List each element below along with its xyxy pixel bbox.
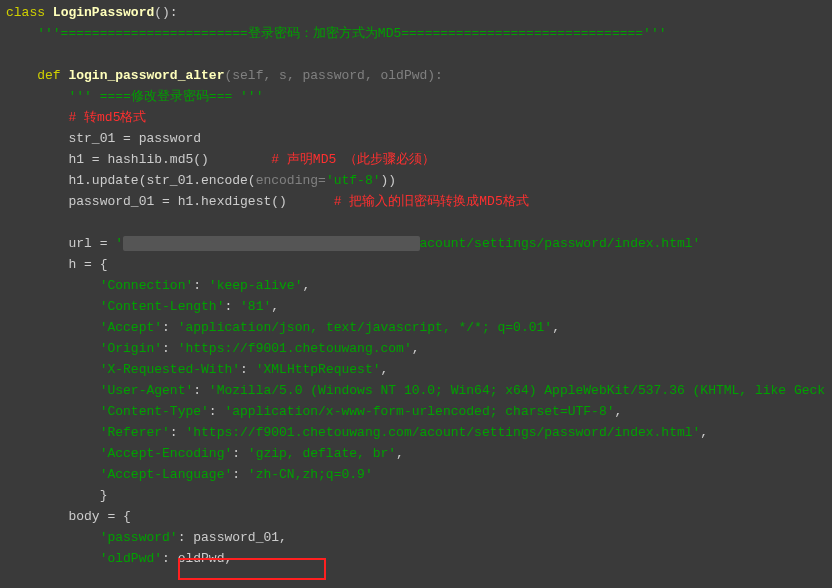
- eq: =: [84, 257, 92, 272]
- dict-key: 'Content-Type': [100, 404, 209, 419]
- dict-val: 'https://f9001.chetouwang.com/acount/set…: [185, 425, 700, 440]
- colon: :: [170, 425, 186, 440]
- dict-val: 'zh-CN,zh;q=0.9': [248, 467, 373, 482]
- eq: =: [92, 152, 100, 167]
- dict-key: 'Content-Length': [100, 299, 225, 314]
- dict-key: 'Connection': [100, 278, 194, 293]
- kw-def: def: [37, 68, 60, 83]
- comment-3: # 把输入的旧密码转换成MD5格式: [287, 194, 529, 209]
- comment-2: # 声明MD5 （此步骤必须）: [209, 152, 435, 167]
- func-params: (self, s, password, oldPwd):: [224, 68, 442, 83]
- expr: h1.update(str_01.encode(: [68, 173, 255, 188]
- dict-val: 'application/json, text/javascript, */*;…: [178, 320, 552, 335]
- colon: :: [240, 362, 256, 377]
- dict-key: 'Accept-Encoding': [100, 446, 233, 461]
- brace: {: [115, 509, 131, 524]
- brace-close: }: [100, 488, 108, 503]
- expr: url: [68, 236, 99, 251]
- eq: =: [162, 194, 170, 209]
- dict-val-ident: password_01: [193, 530, 279, 545]
- colon: :: [162, 320, 178, 335]
- kw-class: class: [6, 5, 45, 20]
- comma: ,: [396, 446, 404, 461]
- dict-key: 'X-Requested-With': [100, 362, 240, 377]
- comma: ,: [412, 341, 420, 356]
- dict-val: 'https://f9001.chetouwang.com': [178, 341, 412, 356]
- dict-val: '81': [240, 299, 271, 314]
- expr: h1: [68, 152, 91, 167]
- comma: ,: [224, 551, 232, 566]
- colon: :: [224, 299, 240, 314]
- dict-key: 'Accept-Language': [100, 467, 233, 482]
- expr: password: [131, 131, 201, 146]
- kwarg: encoding=: [256, 173, 326, 188]
- class-name: LoginPassword: [53, 5, 154, 20]
- brace: {: [92, 257, 108, 272]
- colon: :: [170, 5, 178, 20]
- colon: :: [162, 551, 178, 566]
- docstring-1: '''========================登录密码：加密方式为MD5…: [37, 26, 666, 41]
- expr: )): [380, 173, 396, 188]
- expr: hashlib.md5(): [100, 152, 209, 167]
- dict-key: 'User-Agent': [100, 383, 194, 398]
- colon: :: [193, 278, 209, 293]
- colon: :: [209, 404, 225, 419]
- func-name: login_password_alter: [68, 68, 224, 83]
- colon: :: [232, 467, 248, 482]
- comma: ,: [302, 278, 310, 293]
- comma: ,: [381, 362, 389, 377]
- expr: h1.hexdigest(): [170, 194, 287, 209]
- comma: ,: [271, 299, 279, 314]
- docstring-2: ''' ====修改登录密码=== ''': [68, 89, 263, 104]
- eq: =: [123, 131, 131, 146]
- string: 'utf-8': [326, 173, 381, 188]
- dict-val: 'Mozilla/5.0 (Windows NT 10.0; Win64; x6…: [209, 383, 825, 398]
- string: acount/settings/password/index.html': [420, 236, 701, 251]
- expr: password_01: [68, 194, 162, 209]
- code-editor[interactable]: class LoginPassword(): '''==============…: [0, 2, 832, 569]
- comma: ,: [615, 404, 623, 419]
- paren: (): [154, 5, 170, 20]
- dict-key: 'Origin': [100, 341, 162, 356]
- dict-key: 'Accept': [100, 320, 162, 335]
- colon: :: [178, 530, 194, 545]
- comma: ,: [552, 320, 560, 335]
- dict-val-ident: oldPwd: [178, 551, 225, 566]
- colon: :: [232, 446, 248, 461]
- expr: body: [68, 509, 107, 524]
- comma: ,: [279, 530, 287, 545]
- string: ': [107, 236, 123, 251]
- colon: :: [162, 341, 178, 356]
- expr: h: [68, 257, 84, 272]
- dict-val: 'gzip, deflate, br': [248, 446, 396, 461]
- expr: str_01: [68, 131, 123, 146]
- dict-key: 'password': [100, 530, 178, 545]
- dict-val: 'keep-alive': [209, 278, 303, 293]
- dict-val: 'application/x-www-form-urlencoded; char…: [224, 404, 614, 419]
- dict-key: 'oldPwd': [100, 551, 162, 566]
- dict-key: 'Referer': [100, 425, 170, 440]
- redacted: [123, 236, 419, 251]
- dict-val: 'XMLHttpRequest': [256, 362, 381, 377]
- colon: :: [193, 383, 209, 398]
- comment-1: # 转md5格式: [68, 110, 146, 125]
- comma: ,: [700, 425, 708, 440]
